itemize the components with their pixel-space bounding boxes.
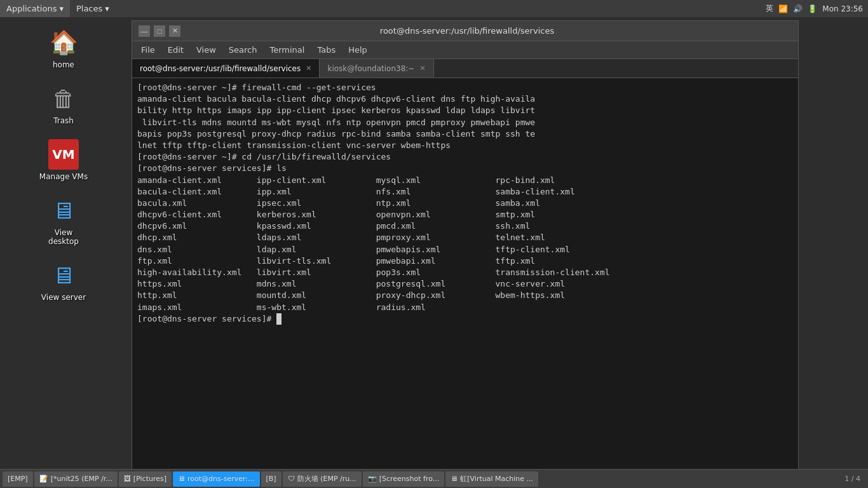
topbar-left: Applications ▾ Places ▾ <box>0 0 116 17</box>
maximize-button[interactable]: □ <box>154 25 165 37</box>
tab-1-label: root@dns-server:/usr/lib/firewalld/servi… <box>140 64 301 73</box>
tab-1-close[interactable]: ✕ <box>306 64 311 72</box>
tab-1[interactable]: root@dns-server:/usr/lib/firewalld/servi… <box>132 59 320 78</box>
taskbar-b[interactable]: [B] <box>261 471 281 487</box>
view-desktop-icon: 🖥 <box>48 195 79 226</box>
taskbar-terminal-icon: 🖥 <box>178 475 185 483</box>
manage-vms-label: Manage VMs <box>39 172 88 181</box>
menu-search[interactable]: Search <box>222 44 264 56</box>
taskbar-screenshot[interactable]: 📷 [Screenshot fro... <box>363 471 445 487</box>
power-icon: 🔋 <box>808 4 817 13</box>
window-controls: — □ ✕ <box>139 25 180 37</box>
taskbar-pictures-icon: 🖼 <box>124 475 131 483</box>
taskbar-terminal-label: root@dns-server:... <box>187 475 255 483</box>
taskbar-firewall[interactable]: 🛡 防火墙 (EMP /ru... <box>283 471 362 487</box>
terminal-cursor <box>276 313 281 325</box>
taskbar-firewall-icon: 🛡 <box>288 475 295 483</box>
taskbar-screenshot-label: [Screenshot fro... <box>379 475 440 483</box>
applications-label: Applications <box>6 4 57 13</box>
places-label: Places <box>76 4 102 13</box>
desktop-icon-view-server[interactable]: 🖥 View server <box>35 256 92 306</box>
view-server-icon: 🖥 <box>48 260 79 290</box>
trash-icon: 🗑 <box>48 83 79 114</box>
trash-label: Trash <box>53 116 74 125</box>
places-arrow: ▾ <box>105 4 109 13</box>
desktop-icon-manage-vms[interactable]: VM Manage VMs <box>35 135 92 185</box>
terminal-output: [root@dns-server ~]# firewall-cmd --get-… <box>137 82 793 325</box>
wifi-icon: 📶 <box>778 4 788 13</box>
home-label: home <box>53 60 74 69</box>
terminal-content[interactable]: [root@dns-server ~]# firewall-cmd --get-… <box>132 78 798 484</box>
places-menu[interactable]: Places ▾ <box>70 0 116 17</box>
applications-arrow: ▾ <box>59 4 64 13</box>
desktop-icon-view-desktop[interactable]: 🖥 View desktop <box>35 191 92 250</box>
tab-2-close[interactable]: ✕ <box>419 64 425 72</box>
taskbar-b-label: [B] <box>266 475 276 483</box>
taskbar-terminal[interactable]: 🖥 root@dns-server:... <box>173 471 260 487</box>
view-server-label: View server <box>41 293 86 302</box>
taskbar-page: 1 / 4 <box>844 475 865 483</box>
menu-help[interactable]: Help <box>342 44 374 56</box>
taskbar-unit25-icon: 📝 <box>39 475 48 483</box>
taskbar-firewall-label: 防火墙 (EMP /ru... <box>297 474 356 484</box>
menu-terminal[interactable]: Terminal <box>263 44 311 56</box>
terminal-menubar: File Edit View Search Terminal Tabs Help <box>132 41 798 59</box>
taskbar-virt-icon: 🖥 <box>451 475 458 483</box>
taskbar-virt[interactable]: 🖥 虹[Virtual Machine ... <box>445 471 538 487</box>
taskbar-unit25-label: [*unit25 (EMP /r... <box>51 475 112 483</box>
tab-2-label: kiosk@foundation38:~ <box>327 64 414 73</box>
menu-tabs[interactable]: Tabs <box>311 44 342 56</box>
lang-indicator[interactable]: 英 <box>766 3 773 14</box>
manage-vms-icon: VM <box>48 139 79 170</box>
taskbar: [EMP] 📝 [*unit25 (EMP /r... 🖼 [Pictures]… <box>0 469 868 488</box>
view-desktop-label: View desktop <box>39 228 88 246</box>
terminal-titlebar: — □ ✕ root@dns-server:/usr/lib/firewalld… <box>132 21 798 41</box>
taskbar-pictures-label: [Pictures] <box>133 475 166 483</box>
topbar-right: 英 📶 🔊 🔋 Mon 23:56 <box>766 3 868 14</box>
terminal-tabs: root@dns-server:/usr/lib/firewalld/servi… <box>132 59 798 78</box>
taskbar-emp-label: [EMP] <box>8 475 28 483</box>
taskbar-screenshot-icon: 📷 <box>368 475 377 483</box>
menu-edit[interactable]: Edit <box>161 44 190 56</box>
taskbar-virt-label: 虹[Virtual Machine ... <box>460 474 533 484</box>
time-display: Mon 23:56 <box>822 4 863 13</box>
terminal-title: root@dns-server:/usr/lib/firewalld/servi… <box>180 26 754 36</box>
topbar: Applications ▾ Places ▾ 英 📶 🔊 🔋 Mon 23:5… <box>0 0 868 17</box>
terminal-window: — □ ✕ root@dns-server:/usr/lib/firewalld… <box>132 20 799 484</box>
desktop-icon-home[interactable]: 🏠 home <box>35 24 92 73</box>
sound-icon: 🔊 <box>793 4 803 13</box>
menu-file[interactable]: File <box>135 44 161 56</box>
taskbar-pictures[interactable]: 🖼 [Pictures] <box>119 471 172 487</box>
menu-view[interactable]: View <box>190 44 222 56</box>
home-icon: 🏠 <box>48 27 79 58</box>
tab-2[interactable]: kiosk@foundation38:~ ✕ <box>320 59 433 78</box>
taskbar-emp[interactable]: [EMP] <box>3 471 33 487</box>
minimize-button[interactable]: — <box>139 25 150 37</box>
applications-menu[interactable]: Applications ▾ <box>0 0 70 17</box>
close-button[interactable]: ✕ <box>169 25 180 37</box>
desktop: 🏠 home 🗑 Trash VM Manage VMs 🖥 View desk… <box>0 17 127 488</box>
desktop-icon-trash[interactable]: 🗑 Trash <box>35 79 92 129</box>
taskbar-unit25[interactable]: 📝 [*unit25 (EMP /r... <box>34 471 118 487</box>
